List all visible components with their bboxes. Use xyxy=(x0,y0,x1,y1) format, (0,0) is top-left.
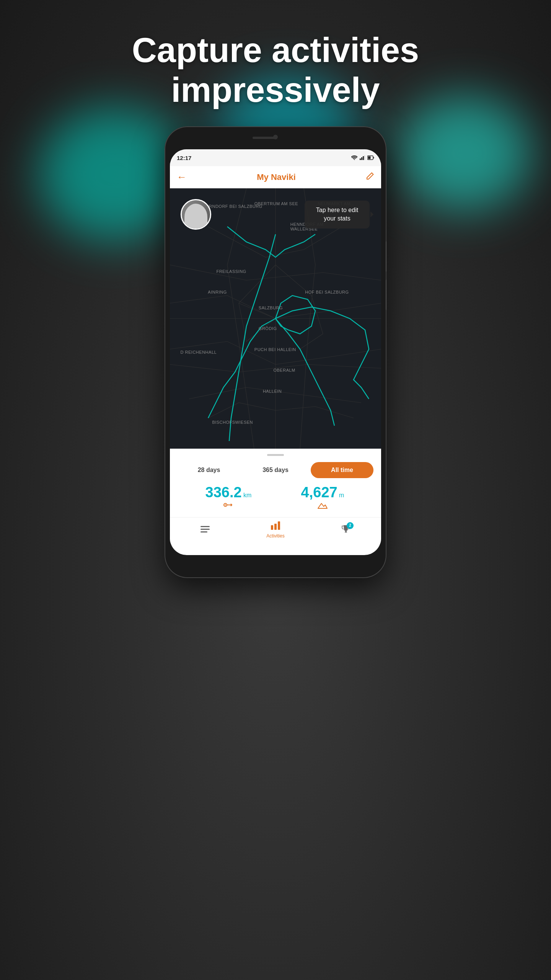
phone-screen: 12:17 xyxy=(170,149,381,555)
profile-avatar[interactable] xyxy=(181,199,211,230)
stat-distance: 336.2 km xyxy=(181,485,276,511)
avatar-silhouette xyxy=(184,204,207,230)
svg-rect-16 xyxy=(345,532,347,532)
page-headline: Capture activities impressively xyxy=(0,31,551,110)
map-label-salzburg: SALZBURG xyxy=(259,305,283,310)
phone-button-right-1 xyxy=(386,241,386,272)
map-label-reichenhall: D REICHENHALL xyxy=(181,350,217,354)
stats-row: 336.2 km 4,627 xyxy=(178,485,373,517)
svg-rect-1 xyxy=(361,157,362,160)
activities-icon xyxy=(271,521,280,532)
svg-rect-13 xyxy=(271,525,273,530)
svg-rect-10 xyxy=(201,526,210,527)
elevation-icon xyxy=(276,501,370,512)
bokeh-decoration-3 xyxy=(398,96,532,211)
map-label-freilassing: FREILASSING xyxy=(216,269,246,274)
svg-rect-15 xyxy=(278,521,280,530)
bottom-nav: Activities 2 xyxy=(170,517,381,544)
svg-rect-3 xyxy=(364,155,365,160)
svg-rect-6 xyxy=(368,156,371,159)
distance-icon xyxy=(181,501,276,511)
time-tabs: 28 days 365 days All time xyxy=(178,462,373,478)
wifi-icon xyxy=(351,155,357,161)
map-label-oberalm: OBERALM xyxy=(273,368,295,372)
phone-speaker xyxy=(253,137,276,139)
stats-panel: 28 days 365 days All time 336.2 km xyxy=(170,449,381,517)
nav-bar: ← My Naviki xyxy=(170,166,381,188)
nav-title: My Naviki xyxy=(257,172,296,182)
map-label-hallein: HALLEIN xyxy=(263,389,282,394)
tooltip-edit-stats[interactable]: Tap here to edit your stats xyxy=(305,201,370,229)
tab-365-days[interactable]: 365 days xyxy=(244,462,307,478)
phone-device: 12:17 xyxy=(165,126,386,578)
map-label-puch: PUCH BEI HALLEIN xyxy=(254,347,296,352)
status-time: 12:17 xyxy=(177,155,191,161)
svg-rect-14 xyxy=(274,524,277,530)
svg-rect-2 xyxy=(363,156,364,160)
map-label-bischofswiesen: BISCHOFSWIESEN xyxy=(212,420,253,425)
nav-item-activities[interactable]: Activities xyxy=(260,521,291,539)
stat-distance-value: 336.2 km xyxy=(181,485,276,500)
map-label-hof: HOF BEI SALZBURG xyxy=(305,290,349,294)
panel-handle xyxy=(267,454,284,456)
status-bar: 12:17 xyxy=(170,149,381,166)
activities-label: Activities xyxy=(266,533,284,539)
phone-button-right-2 xyxy=(386,279,386,310)
edit-button[interactable] xyxy=(366,172,374,183)
nav-item-achievements[interactable]: 2 xyxy=(331,524,361,536)
back-button[interactable]: ← xyxy=(177,171,187,183)
menu-icon xyxy=(201,525,210,535)
svg-rect-0 xyxy=(360,158,361,160)
stat-elevation-value: 4,627 m xyxy=(276,485,370,500)
map-label-obertrum: OBERTRUM AM SEE xyxy=(254,201,298,206)
map-area: OBERNDORF BEI SALZBURG OBERTRUM AM SEE N… xyxy=(170,188,381,449)
map-label-grodig: GRÖDIG xyxy=(259,326,277,331)
status-icons xyxy=(351,155,374,161)
stat-elevation: 4,627 m xyxy=(276,485,370,512)
tooltip-text: Tap here to edit your stats xyxy=(316,207,358,222)
nav-item-menu[interactable] xyxy=(190,525,220,535)
battery-icon xyxy=(367,155,374,161)
tab-all-time[interactable]: All time xyxy=(311,462,373,478)
achievements-badge-container: 2 xyxy=(341,524,350,536)
svg-rect-11 xyxy=(201,529,210,530)
signal-bars-icon xyxy=(360,155,365,161)
svg-point-9 xyxy=(225,505,226,506)
map-label-ainring: AINRING xyxy=(208,290,227,294)
svg-rect-12 xyxy=(201,531,207,532)
achievements-badge: 2 xyxy=(347,522,354,529)
svg-rect-5 xyxy=(373,157,374,158)
tab-28-days[interactable]: 28 days xyxy=(178,462,240,478)
